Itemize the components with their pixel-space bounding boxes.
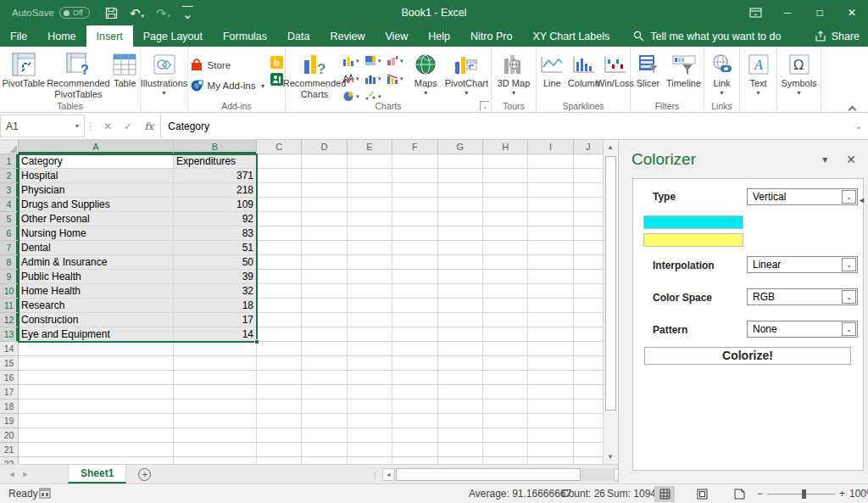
cell-H2[interactable] [483,169,528,183]
formula-input[interactable]: Category [161,113,849,139]
cell-J17[interactable] [574,385,604,400]
cell-A10[interactable]: Home Health [19,284,174,299]
cell-D10[interactable] [302,284,347,299]
customize-toolbar-icon[interactable]: ⌄ [182,6,193,20]
cell-J20[interactable] [574,428,604,443]
row-header-1[interactable]: 1 [0,154,19,169]
enter-icon[interactable]: ✓ [124,120,132,132]
combo-chart-icon[interactable]: ▾ [387,70,409,87]
recommended-pivottables-button[interactable]: ? Recommended PivotTables [47,49,111,99]
cell-A22[interactable] [19,457,174,464]
cell-A13[interactable]: Eye and Equipment [19,327,174,342]
cell-H6[interactable] [483,226,528,241]
cell-A18[interactable] [19,400,174,414]
cell-A4[interactable]: Drugs and Supplies [19,198,174,212]
illustrations-button[interactable]: Illustrations ▼ [142,49,187,97]
pivotchart-button[interactable]: PivotChart ▼ [443,49,490,97]
horizontal-scroll-track[interactable] [581,468,614,481]
cell-I16[interactable] [528,371,573,385]
pane-collapse-icon[interactable]: ◄ [858,196,865,204]
people-graph-addin-icon[interactable] [270,73,283,86]
normal-view-icon[interactable] [654,486,675,502]
minimize-button[interactable]: ─ [771,0,804,25]
cell-C11[interactable] [257,299,302,313]
tab-data[interactable]: Data [277,25,320,47]
hierarchy-chart-icon[interactable]: ▾ [387,52,409,70]
horizontal-scrollbar[interactable]: ⋮ ◄ ► [371,467,626,482]
tab-file[interactable]: File [0,25,37,47]
recommended-charts-button[interactable]: ? Recommended Charts [287,49,342,99]
macro-record-icon[interactable] [39,488,51,499]
maximize-button[interactable]: □ [804,0,836,25]
cell-A11[interactable]: Research [19,299,174,313]
cell-G8[interactable] [438,255,483,270]
cell-I5[interactable] [528,212,573,226]
my-addins-button[interactable]: My Add-ins ▼ [190,79,266,92]
cell-J21[interactable] [574,443,604,457]
vertical-scroll-thumb[interactable] [605,156,616,411]
cell-H3[interactable] [483,183,528,198]
cell-G14[interactable] [438,342,483,356]
cell-E3[interactable] [348,183,392,198]
cell-A17[interactable] [19,385,174,400]
cell-F13[interactable] [392,327,437,342]
cell-J5[interactable] [574,212,604,226]
cell-C2[interactable] [257,169,302,183]
cell-C4[interactable] [257,198,302,212]
cell-J10[interactable] [574,284,604,299]
cell-D16[interactable] [302,371,347,385]
zoom-slider-track[interactable] [767,494,835,495]
cell-E9[interactable] [348,270,392,284]
cell-B12[interactable]: 17 [174,313,257,327]
cell-G12[interactable] [438,313,483,327]
cell-B17[interactable] [174,385,257,400]
column-header-A[interactable]: A [19,140,174,154]
slicer-button[interactable]: Slicer [632,49,665,89]
cell-F8[interactable] [392,255,437,270]
cell-J2[interactable] [574,169,604,183]
cell-G10[interactable] [438,284,483,299]
row-header-3[interactable]: 3 [0,183,19,198]
cell-H19[interactable] [483,414,528,428]
cell-A8[interactable]: Admin & Insurance [19,255,174,270]
autosave-switch-icon[interactable]: Off [59,7,90,19]
new-sheet-button[interactable]: + [138,468,151,481]
link-button[interactable]: Link ▼ [705,49,738,97]
cell-C12[interactable] [257,313,302,327]
cell-H21[interactable] [483,443,528,457]
gradient-bottom-color-swatch[interactable] [643,233,743,247]
cell-B5[interactable]: 92 [174,212,257,226]
maps-button[interactable]: Maps ▼ [409,49,443,97]
cell-B21[interactable] [174,443,257,457]
cell-C7[interactable] [257,241,302,255]
cell-D5[interactable] [302,212,347,226]
cell-H7[interactable] [483,241,528,255]
row-header-18[interactable]: 18 [0,400,19,414]
cell-E13[interactable] [348,327,392,342]
type-select[interactable]: Vertical ⌄ [747,188,858,205]
cell-F1[interactable] [392,154,437,169]
pivottable-button[interactable]: PivotTable [1,49,47,89]
name-box-dropdown-icon[interactable]: ▾ [75,122,79,130]
symbols-button[interactable]: Ω Symbols ▼ [778,49,820,97]
cell-B18[interactable] [174,400,257,414]
cell-D17[interactable] [302,385,347,400]
cell-D4[interactable] [302,198,347,212]
cell-G5[interactable] [438,212,483,226]
cell-E15[interactable] [348,356,392,371]
cell-G19[interactable] [438,414,483,428]
line-chart-icon[interactable]: ▾ [342,70,364,87]
vertical-scrollbar[interactable]: ▲ ▼ [603,140,617,464]
scroll-left-icon[interactable]: ◄ [382,468,395,481]
cell-H5[interactable] [483,212,528,226]
cell-B9[interactable]: 39 [174,270,257,284]
cell-D15[interactable] [302,356,347,371]
cell-B15[interactable] [174,356,257,371]
cell-J18[interactable] [574,400,604,414]
share-button[interactable]: Share [815,25,860,47]
cell-J22[interactable] [574,457,604,464]
cell-I14[interactable] [528,342,573,356]
zoom-level[interactable]: 100% [849,488,868,500]
cell-G18[interactable] [438,400,483,414]
cell-I21[interactable] [528,443,573,457]
